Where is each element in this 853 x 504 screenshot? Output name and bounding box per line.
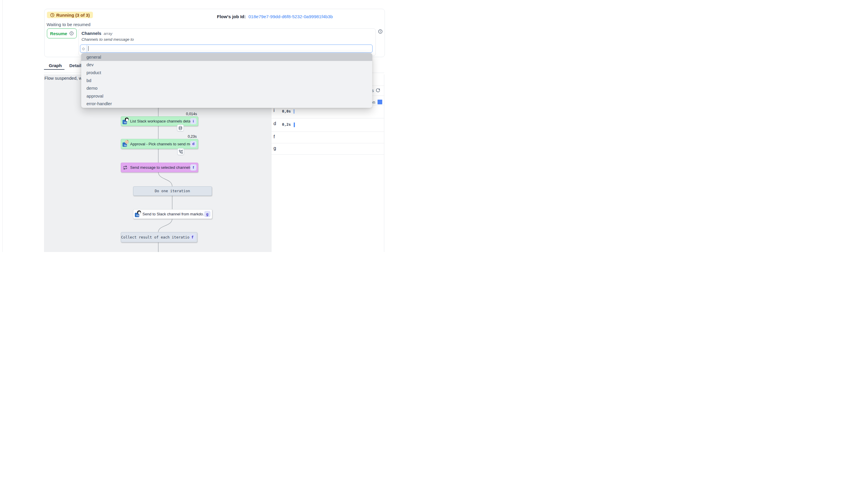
node-label: Send message to selected channels	[130, 165, 190, 170]
node-label: Do one iteration	[134, 189, 212, 193]
step-timing: 0,014s	[174, 112, 197, 116]
dropdown-option-error-handler[interactable]: error-handler	[81, 100, 372, 108]
node-label: Approval - Pick channels to send me…	[130, 142, 190, 146]
step-id: d	[273, 121, 276, 126]
timeline-bar	[294, 109, 294, 114]
job-id-link[interactable]: 018e79e7-99dd-d6f8-5232-0a99981f4b3b	[248, 14, 333, 19]
form-field-title: Channelsarray	[82, 31, 112, 36]
step-id-chip: d	[190, 141, 196, 147]
flow-run-page: Running (3 of 3) Waiting to be resumed R…	[0, 0, 427, 252]
step-id-chip: f	[189, 234, 196, 240]
channels-input[interactable]: ◇	[80, 44, 373, 53]
step-id-chip: i	[190, 118, 196, 124]
cache-icon-box[interactable]	[177, 125, 184, 131]
form-field-type: array	[104, 31, 112, 36]
clock-icon	[50, 13, 54, 17]
graph-node-list-channels[interactable]: TS List Slack workspace channels details…	[121, 116, 198, 126]
graph-node-approval[interactable]: TS Approval - Pick channels to send me… …	[121, 139, 198, 149]
refresh-icon[interactable]	[376, 88, 380, 93]
step-id: i	[273, 108, 275, 113]
legend-color-square	[377, 100, 382, 104]
dropdown-option-product[interactable]: product	[81, 69, 372, 76]
step-duration: 0,0s	[282, 109, 291, 113]
dropdown-option-demo[interactable]: demo	[81, 84, 372, 92]
graph-node-send-slack[interactable]: TS Send to Slack channel from markdo… g	[133, 209, 212, 219]
graph-node-collect[interactable]: Collect result of each iteration f	[121, 232, 197, 242]
flow-status-card: Running (3 of 3) Waiting to be resumed R…	[44, 9, 385, 57]
step-id: f	[273, 134, 275, 140]
job-id-row: Flow's job Id: 018e79e7-99dd-d6f8-5232-0…	[217, 14, 333, 19]
graph-node-forloop[interactable]: Send message to selected channels f	[121, 163, 198, 172]
timeline-row-d[interactable]: d 0,2s	[271, 118, 384, 131]
repeat-icon	[123, 165, 130, 170]
text-caret	[88, 46, 89, 51]
form-field-name: Channels	[82, 31, 102, 36]
sidebar-edge-divider	[2, 0, 3, 252]
resume-info-icon[interactable]	[70, 31, 74, 35]
timeline-bar	[294, 123, 295, 127]
active-tab-underline	[44, 69, 65, 70]
step-timing: 0,23s	[173, 134, 197, 139]
channels-dropdown: general dev product bd demo approval err…	[81, 53, 372, 108]
form-info-icon[interactable]	[378, 29, 383, 34]
dropdown-option-dev[interactable]: dev	[81, 61, 372, 69]
status-badge: Running (3 of 3)	[47, 12, 93, 18]
typescript-baby-icon: TS	[123, 141, 130, 147]
status-badge-label: Running (3 of 3)	[56, 13, 90, 18]
resume-button-label: Resume	[50, 31, 67, 36]
step-id: g	[273, 146, 276, 151]
form-field-description: Channels to send message to	[82, 37, 134, 42]
resume-button[interactable]: Resume	[47, 29, 77, 38]
dropdown-option-general[interactable]: general	[81, 53, 372, 61]
step-id-chip: f	[190, 164, 196, 170]
timeline-row-g[interactable]: g	[271, 143, 384, 155]
step-duration: 0,2s	[282, 122, 291, 127]
database-icon	[178, 126, 182, 130]
job-id-label: Flow's job Id:	[217, 14, 246, 19]
tab-graph[interactable]: Graph	[49, 63, 62, 68]
typescript-deno-icon: TS	[123, 118, 130, 125]
typescript-deno-icon: TS	[135, 211, 142, 217]
node-label: Send to Slack channel from markdo…	[142, 212, 204, 216]
waiting-text: Waiting to be resumed	[47, 22, 91, 27]
row-divider	[271, 155, 384, 155]
dropdown-option-bd[interactable]: bd	[81, 76, 372, 84]
dropdown-option-approval[interactable]: approval	[81, 92, 372, 100]
suspend-icon-box[interactable]	[177, 148, 184, 155]
phone-incoming-icon	[179, 150, 183, 154]
timeline-row-f[interactable]: f	[271, 131, 384, 143]
step-id-chip: g	[204, 211, 211, 217]
node-label: List Slack workspace channels details	[130, 119, 190, 123]
graph-node-iteration[interactable]: Do one iteration	[133, 186, 212, 196]
node-label: Collect result of each iteration	[121, 235, 189, 239]
diamond-icon: ◇	[80, 45, 87, 52]
